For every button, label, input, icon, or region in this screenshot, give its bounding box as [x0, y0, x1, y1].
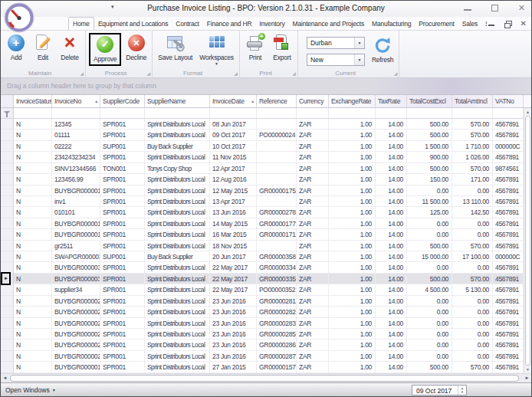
column-header-suppliercode[interactable]: SupplierCode — [100, 95, 145, 107]
filter-cell-invoiceno[interactable] — [52, 108, 100, 118]
dialog-launcher-icon[interactable]: ◢ — [80, 71, 84, 76]
refresh-button[interactable]: Refresh — [369, 33, 396, 64]
column-header-suppliername[interactable]: SupplierName — [145, 95, 210, 107]
grid-row[interactable]: N010101SPR001Sprint Distributors Local13… — [1, 207, 531, 218]
maximize-button[interactable] — [491, 5, 498, 11]
filter-cell-invoicestatus[interactable] — [14, 108, 52, 118]
edit-button[interactable]: Edit — [31, 33, 55, 62]
grid-row[interactable]: NBUYBGR00000334SPR001Sprint Distributors… — [1, 262, 531, 273]
mdi-restore-button[interactable] — [504, 21, 511, 27]
grid-row[interactable]: NSINV12344566TON001Tonys Copy Shop12 Apr… — [1, 163, 531, 174]
cell-invoicedate: 22 May 2017 — [210, 284, 257, 295]
quick-access-dropdown-icon[interactable]: ▾ — [111, 4, 114, 10]
delete-button[interactable]: ✕ Delete — [57, 33, 82, 62]
vertical-scrollbar[interactable]: ▲ ▼ — [524, 108, 531, 373]
vertical-scrollbar-thumb[interactable] — [525, 116, 530, 366]
tab-contract[interactable]: Contract — [172, 18, 203, 30]
grid-row[interactable]: NBUYBGR00000282SPR001Sprint Distributors… — [1, 307, 531, 317]
column-header-totalcostexcl[interactable]: TotalCostExcl — [407, 95, 452, 107]
horizontal-scrollbar-thumb[interactable] — [10, 375, 519, 382]
column-header-invoiceno[interactable]: InvoiceNo▲ — [52, 95, 100, 107]
approve-button[interactable]: ✓ Approve — [89, 33, 121, 66]
dialog-launcher-icon[interactable]: ◢ — [292, 71, 296, 76]
grid-row[interactable]: NBUYBGR00000171SPR001Sprint Distributors… — [1, 229, 531, 240]
grid-row[interactable]: Nsupplier34SPR001Sprint Distributors Loc… — [1, 284, 531, 295]
grid-row[interactable]: N12345SPR001Sprint Distributors Local08 … — [1, 119, 531, 130]
export-button[interactable]: Export — [270, 33, 294, 62]
state-combo[interactable]: New ▼ — [307, 54, 365, 66]
column-header-invoicestatus[interactable]: InvoiceStatus — [14, 95, 52, 107]
column-header-currency[interactable]: Currency — [297, 95, 329, 107]
column-header-totalamtincl[interactable]: TotalAmtIncl — [452, 95, 493, 107]
grid-row[interactable]: Ninv1SPR001Sprint Distributors Local13 A… — [1, 196, 531, 207]
tab-equipment-and-locations[interactable]: Equipment and Locations — [94, 18, 172, 30]
filter-cell-suppliercode[interactable] — [100, 108, 145, 118]
grid-row[interactable]: NBUYBGR00000177SPR001Sprint Distributors… — [1, 218, 531, 229]
tab-home[interactable]: Home — [68, 17, 94, 30]
scroll-down-icon[interactable]: ▼ — [524, 366, 531, 373]
grid-row[interactable]: NSWAPGR00000358SUP001Buy Back Supplier20… — [1, 251, 531, 262]
workspaces-button[interactable]: Workspaces ▼ — [197, 33, 236, 66]
close-button[interactable]: ✕ — [518, 4, 525, 11]
column-header-reference[interactable]: Reference — [257, 95, 297, 107]
save-layout-button[interactable]: Save Layout — [156, 33, 195, 66]
dialog-launcher-icon[interactable]: ◢ — [234, 71, 238, 76]
filter-cell-vatno[interactable] — [493, 108, 524, 118]
grid-row[interactable]: NBUYBGR00000175SPR001Sprint Distributors… — [1, 185, 531, 196]
grid-row[interactable]: N234243234234SPR001Sprint Distributors L… — [1, 152, 531, 162]
print-button[interactable]: + Print — [243, 33, 268, 62]
filter-cell-invoicedate[interactable] — [210, 108, 257, 118]
filter-cell-totalamtincl[interactable] — [452, 108, 493, 118]
column-header-invoicedate[interactable]: InvoiceDate▲ — [210, 95, 257, 107]
date-spinner[interactable]: ▲▼ — [458, 386, 466, 395]
grid-row[interactable]: NBUYBGR00000285SPR001Sprint Distributors… — [1, 329, 531, 340]
filter-cell-currency[interactable] — [297, 108, 329, 118]
grid-row[interactable]: N123456.99SPR001Sprint Distributors Loca… — [1, 174, 531, 185]
cell-totalcostexcl: 500.00 — [407, 362, 452, 372]
filter-cell-exchangerate[interactable] — [329, 108, 376, 118]
scroll-up-icon[interactable]: ▲ — [524, 108, 531, 116]
row-indicator — [1, 152, 14, 162]
group-by-panel[interactable]: Drag a column header here to group by th… — [1, 78, 531, 95]
open-windows-button[interactable]: Open Windows ▾ — [5, 386, 55, 394]
tab-service[interactable]: Service — [481, 18, 487, 30]
tab-manufacturing[interactable]: Manufacturing — [368, 18, 415, 30]
column-header-taxrate[interactable]: TaxRate — [376, 95, 407, 107]
group-label-process: Process — [86, 70, 146, 77]
tab-finance-and-hr[interactable]: Finance and HR — [203, 18, 256, 30]
cell-vatno: 4567891 — [493, 351, 524, 362]
grid-row[interactable]: Ngr2511SPR001Sprint Distributors Local18… — [1, 241, 531, 251]
grid-row[interactable]: NBUYBGR00000283SPR001Sprint Distributors… — [1, 318, 531, 329]
tab-maintenance-and-projects[interactable]: Maintenance and Projects — [289, 18, 368, 30]
grid-row[interactable]: NBUYBGR00000286SPR001Sprint Distributors… — [1, 340, 531, 350]
mdi-close-button[interactable]: ✕ — [521, 20, 527, 27]
mdi-minimize-button[interactable] — [488, 25, 494, 26]
filter-cell-suppliername[interactable] — [145, 108, 210, 118]
add-button[interactable]: + Add — [4, 33, 28, 62]
scroll-right-icon[interactable]: ► — [523, 374, 531, 382]
grid-row[interactable]: NBUYBGR00000157SPR001Sprint Distributors… — [1, 362, 531, 372]
filter-cell-totalcostexcl[interactable] — [407, 108, 452, 118]
app-logo-gauge-icon[interactable] — [4, 2, 34, 33]
tab-inventory[interactable]: Inventory — [255, 18, 288, 30]
dialog-launcher-icon[interactable]: ◢ — [394, 71, 398, 76]
minimize-button[interactable] — [464, 9, 471, 11]
site-combo[interactable]: Durban ▼ — [307, 37, 365, 49]
tab-procurement[interactable]: Procurement — [415, 18, 458, 30]
grid-row[interactable]: N01111SPR001Sprint Distributors Local09 … — [1, 130, 531, 140]
column-header-exchangerate[interactable]: ExchangeRate — [329, 95, 376, 107]
grid-row[interactable]: N02222SUP001Buy Back Supplier10 Oct 2017… — [1, 141, 531, 152]
horizontal-scrollbar[interactable]: ◄ ► — [1, 373, 531, 382]
grid-row[interactable]: NBUYBGR00000287SPR001Sprint Distributors… — [1, 351, 531, 362]
tab-sales[interactable]: Sales — [458, 18, 481, 30]
scroll-left-icon[interactable]: ◄ — [1, 374, 9, 382]
grid-row[interactable]: NBUYBGR00000281SPR001Sprint Distributors… — [1, 296, 531, 307]
column-header-label: InvoiceStatus — [16, 97, 52, 105]
filter-cell-reference[interactable] — [257, 108, 297, 118]
grid-row[interactable]: ►NBUYBGR00000335SPR001Sprint Distributor… — [1, 274, 531, 284]
decline-button[interactable]: ✕ Decline — [123, 33, 149, 66]
filter-cell-taxrate[interactable] — [376, 108, 407, 118]
date-field[interactable]: 09 Oct 2017 ▲▼ — [412, 385, 467, 395]
dialog-launcher-icon[interactable]: ◢ — [147, 71, 151, 76]
column-header-vatno[interactable]: VATNo — [493, 95, 524, 107]
